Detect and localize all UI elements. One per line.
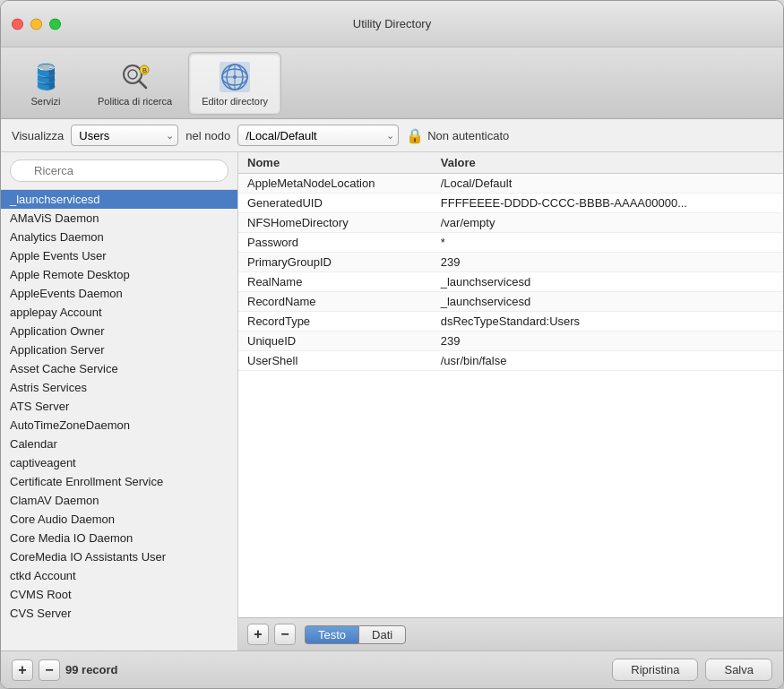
list-item[interactable]: ClamAV Daemon bbox=[1, 491, 237, 510]
panel-bottom: + − Testo Dati bbox=[238, 617, 783, 650]
cell-nome: RealName bbox=[238, 272, 432, 292]
sidebar: 🔍 _launchservicesdAMaViS DaemonAnalytics… bbox=[1, 152, 238, 650]
cell-nome: PrimaryGroupID bbox=[238, 253, 432, 272]
list-item[interactable]: Astris Services bbox=[1, 378, 237, 397]
cell-nome: GeneratedUID bbox=[238, 194, 432, 213]
list-item[interactable]: ctkd Account bbox=[1, 566, 237, 585]
cell-nome: Password bbox=[238, 233, 432, 253]
cell-nome: RecordName bbox=[238, 292, 432, 312]
list-item[interactable]: Apple Events User bbox=[1, 246, 237, 265]
table-row[interactable]: RealName_launchservicesd bbox=[238, 272, 783, 292]
servizi-label: Servizi bbox=[30, 96, 60, 107]
maximize-button[interactable] bbox=[49, 18, 61, 30]
editor-icon bbox=[218, 60, 252, 94]
list-item[interactable]: captiveagent bbox=[1, 453, 237, 472]
svg-line-2 bbox=[139, 81, 146, 88]
cell-valore: /Local/Default bbox=[432, 174, 783, 194]
format-toggle-group: Testo Dati bbox=[305, 625, 406, 644]
close-button[interactable] bbox=[12, 18, 23, 30]
list-item[interactable]: Apple Remote Desktop bbox=[1, 265, 237, 284]
dati-button[interactable]: Dati bbox=[358, 625, 406, 644]
list-container: _launchservicesdAMaViS DaemonAnalytics D… bbox=[1, 190, 237, 650]
list-item[interactable]: Core Media IO Daemon bbox=[1, 529, 237, 547]
cell-nome: NFSHomeDirectory bbox=[238, 213, 432, 233]
search-box: 🔍 bbox=[1, 152, 237, 190]
cell-valore: 239 bbox=[432, 332, 783, 351]
add-attribute-button[interactable]: + bbox=[247, 624, 269, 645]
remove-record-button[interactable]: − bbox=[39, 659, 60, 681]
cell-nome: RecordType bbox=[238, 312, 432, 332]
add-record-button[interactable]: + bbox=[12, 659, 33, 681]
politica-icon: B bbox=[118, 60, 152, 94]
toolbar-item-servizi[interactable]: 🛢️ Servizi bbox=[10, 53, 82, 114]
titlebar: Utility Directory bbox=[1, 1, 783, 47]
bottom-left: + − 99 record bbox=[12, 659, 118, 681]
list-item[interactable]: AutoTimeZoneDaemon bbox=[1, 416, 237, 435]
toolbar-item-editor[interactable]: Editor directory bbox=[188, 52, 281, 115]
cell-valore: _launchservicesd bbox=[432, 292, 783, 312]
list-item[interactable]: Core Audio Daemon bbox=[1, 510, 237, 529]
table-row[interactable]: NFSHomeDirectory/var/empty bbox=[238, 213, 783, 233]
attributes-table: Nome Valore AppleMetaNodeLocation/Local/… bbox=[238, 152, 783, 371]
search-wrapper: 🔍 bbox=[10, 159, 228, 182]
table-container: Nome Valore AppleMetaNodeLocation/Local/… bbox=[238, 152, 783, 617]
visualizza-select[interactable]: Users bbox=[71, 125, 178, 146]
svg-point-11 bbox=[233, 75, 237, 79]
minimize-button[interactable] bbox=[30, 18, 42, 30]
testo-button[interactable]: Testo bbox=[305, 625, 358, 644]
list-item[interactable]: Application Server bbox=[1, 340, 237, 359]
cell-valore: FFFFEEEE-DDDD-CCCC-BBBB-AAAA00000... bbox=[432, 194, 783, 213]
cell-nome: UniqueID bbox=[238, 332, 432, 351]
list-item[interactable]: Certificate Enrollment Service bbox=[1, 472, 237, 491]
cell-nome: UserShell bbox=[238, 351, 432, 371]
nodo-select[interactable]: /Local/Default bbox=[237, 125, 399, 146]
list-item[interactable]: CoreMedia IO Assistants User bbox=[1, 547, 237, 566]
bottom-right: Ripristina Salva bbox=[612, 659, 772, 681]
editor-label: Editor directory bbox=[202, 96, 268, 107]
auth-status-label: Non autenticato bbox=[427, 129, 509, 142]
nodo-select-wrapper[interactable]: /Local/Default bbox=[237, 125, 399, 146]
col-valore: Valore bbox=[432, 152, 783, 174]
list-item[interactable]: CVS Server bbox=[1, 604, 237, 623]
cell-valore: _launchservicesd bbox=[432, 272, 783, 292]
main-panel: Nome Valore AppleMetaNodeLocation/Local/… bbox=[238, 152, 783, 650]
list-item[interactable]: ATS Server bbox=[1, 397, 237, 416]
list-item[interactable]: applepay Account bbox=[1, 303, 237, 322]
remove-attribute-button[interactable]: − bbox=[274, 624, 296, 645]
table-row[interactable]: Password* bbox=[238, 233, 783, 253]
list-item[interactable]: AMaViS Daemon bbox=[1, 209, 237, 228]
ripristina-button[interactable]: Ripristina bbox=[612, 659, 698, 681]
list-item[interactable]: _launchservicesd bbox=[1, 190, 237, 209]
table-row[interactable]: PrimaryGroupID239 bbox=[238, 253, 783, 272]
table-row[interactable]: UserShell/usr/bin/false bbox=[238, 351, 783, 371]
cell-valore: 239 bbox=[432, 253, 783, 272]
table-row[interactable]: RecordTypedsRecTypeStandard:Users bbox=[238, 312, 783, 332]
table-row[interactable]: AppleMetaNodeLocation/Local/Default bbox=[238, 174, 783, 194]
servizi-icon: 🛢️ bbox=[29, 60, 63, 94]
salva-button[interactable]: Salva bbox=[705, 659, 772, 681]
lock-status[interactable]: 🔒 Non autenticato bbox=[406, 127, 509, 144]
list-item[interactable]: Calendar bbox=[1, 435, 237, 453]
search-input[interactable] bbox=[10, 159, 228, 182]
table-row[interactable]: RecordName_launchservicesd bbox=[238, 292, 783, 312]
visualizza-select-wrapper[interactable]: Users bbox=[71, 125, 178, 146]
svg-text:B: B bbox=[142, 67, 147, 73]
list-item[interactable]: Asset Cache Service bbox=[1, 359, 237, 378]
cell-valore: * bbox=[432, 233, 783, 253]
list-item[interactable]: CVMS Root bbox=[1, 585, 237, 604]
list-item[interactable]: AppleEvents Daemon bbox=[1, 284, 237, 303]
table-row[interactable]: GeneratedUIDFFFFEEEE-DDDD-CCCC-BBBB-AAAA… bbox=[238, 194, 783, 213]
options-bar: Visualizza Users nel nodo /Local/Default… bbox=[1, 119, 783, 152]
toolbar-item-politica[interactable]: B Politica di ricerca bbox=[85, 53, 185, 114]
list-item[interactable]: Analytics Daemon bbox=[1, 228, 237, 246]
list-item[interactable]: Application Owner bbox=[1, 322, 237, 340]
window-bottom: + − 99 record Ripristina Salva bbox=[1, 650, 783, 688]
main-window: Utility Directory 🛢️ Servizi B Politica … bbox=[0, 0, 784, 689]
content-area: Visualizza Users nel nodo /Local/Default… bbox=[1, 119, 783, 650]
cell-nome: AppleMetaNodeLocation bbox=[238, 174, 432, 194]
toolbar: 🛢️ Servizi B Politica di ricerca bbox=[1, 47, 783, 119]
lock-icon: 🔒 bbox=[406, 127, 424, 144]
table-row[interactable]: UniqueID239 bbox=[238, 332, 783, 351]
traffic-lights bbox=[12, 18, 61, 30]
cell-valore: dsRecTypeStandard:Users bbox=[432, 312, 783, 332]
